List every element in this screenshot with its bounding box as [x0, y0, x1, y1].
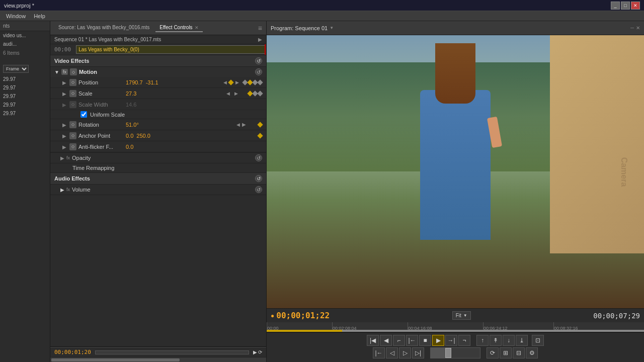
motion-header[interactable]: ▼ fx ◇ Motion ↺	[50, 67, 266, 77]
stop-btn[interactable]: ■	[419, 335, 431, 346]
position-y[interactable]: -31.1	[146, 79, 158, 85]
scale-value[interactable]: 27.3	[126, 90, 136, 97]
sequence-name: Sequence 01 * Las Vegas with Becky_0017.…	[54, 37, 161, 42]
position-expand[interactable]: ▶	[62, 80, 67, 85]
rotation-value[interactable]: 51.0°	[126, 122, 139, 128]
sequence-line: Sequence 01 * Las Vegas with Becky_0017.…	[50, 35, 266, 44]
scale-expand[interactable]: ▶	[62, 91, 67, 96]
mark-in-btn[interactable]: ⌐	[393, 335, 405, 346]
step-back-btn[interactable]: ◀	[380, 335, 392, 346]
menu-help[interactable]: Help	[30, 12, 49, 20]
window-controls[interactable]: _ □ ✕	[611, 2, 640, 10]
fit-arrow: ▼	[463, 313, 467, 318]
position-icon: ◇	[69, 79, 76, 86]
video-item[interactable]: video us...	[0, 31, 50, 40]
play-btn[interactable]: ▶	[432, 335, 444, 346]
audio-loop-icon[interactable]: ⟳	[258, 349, 262, 355]
go-to-out-btn[interactable]: →|	[445, 335, 457, 346]
anti-flicker-value[interactable]: 0.0	[126, 144, 133, 150]
rot-key1[interactable]	[257, 122, 263, 127]
uniform-scale-check[interactable]	[80, 111, 87, 118]
grid-btn[interactable]: ⊟	[513, 347, 525, 358]
anchor-key1[interactable]	[257, 133, 263, 138]
volume-expand[interactable]: ▶	[60, 187, 64, 193]
menu-window[interactable]: Window	[2, 12, 30, 20]
go-to-in-btn[interactable]: |←	[406, 335, 418, 346]
shuttle-handle[interactable]	[445, 348, 451, 358]
monitor-header: Program: Sequence 01 ▼ ─ ✕	[267, 21, 644, 35]
position-x[interactable]: 1790.7	[126, 79, 143, 85]
maximize-button[interactable]: □	[621, 2, 630, 10]
pos-add-key[interactable]	[228, 79, 233, 85]
tab-close[interactable]: ✕	[195, 25, 199, 30]
opacity-reset[interactable]: ↺	[255, 154, 262, 161]
pos-key4[interactable]	[257, 79, 263, 85]
play-slow-btn[interactable]: ▷	[399, 347, 411, 358]
fps-3: 29.97	[0, 92, 50, 101]
safe-margins-btn[interactable]: ⊞	[500, 347, 512, 358]
motion-expand[interactable]: ▼	[54, 69, 59, 75]
audio-effects-reset[interactable]: ↺	[255, 175, 262, 182]
panel-header: Source: Las Vegas with Becky_0016.mts Ef…	[50, 21, 266, 35]
rot-prev-key[interactable]: ◀	[235, 122, 241, 128]
monitor-pin[interactable]: ─	[630, 25, 634, 31]
rot-next-key[interactable]	[247, 122, 253, 128]
scale-key3[interactable]	[257, 90, 263, 96]
anchor-expand[interactable]: ▶	[62, 133, 67, 138]
jog-left-btn[interactable]: ◁	[386, 347, 398, 358]
effects-scrollbar[interactable]	[50, 357, 266, 362]
shuttle-left-btn[interactable]: |←	[373, 347, 385, 358]
time-scrubber[interactable]	[95, 350, 249, 354]
monitor-close[interactable]: ✕	[636, 25, 640, 31]
insert-btn[interactable]: ↓	[503, 335, 515, 346]
uniform-scale-row: Uniform Scale	[50, 110, 266, 119]
jog-right-btn[interactable]: ▷|	[412, 347, 424, 358]
volume-label: Volume	[72, 187, 91, 193]
scale-prev-key[interactable]: ◀	[225, 90, 231, 97]
extract-btn[interactable]: ↟	[490, 335, 502, 346]
pos-next-key[interactable]: ▶	[234, 79, 240, 85]
source-tab[interactable]: Source: Las Vegas with Becky_0016.mts	[54, 24, 153, 32]
scale-next-key[interactable]: ▶	[233, 90, 239, 97]
anti-flicker-label: Anti-flicker F...	[78, 144, 124, 150]
video-effects-header: Video Effects ↺	[50, 55, 266, 67]
volume-reset[interactable]: ↺	[255, 186, 262, 193]
loop-btn[interactable]: ⟳	[487, 347, 499, 358]
close-button[interactable]: ✕	[631, 2, 640, 10]
monitor-dropdown-icon[interactable]: ▼	[330, 26, 334, 30]
settings-btn[interactable]: ⚙	[526, 347, 538, 358]
lift-btn[interactable]: ↑	[476, 335, 489, 346]
shuttle-slider[interactable]	[430, 347, 480, 358]
frame-dropdown[interactable]: Frame	[3, 65, 29, 73]
monitor-ruler[interactable]: 00;00 00;02;08;04 00;04;16;08 00;06;24;1…	[267, 322, 644, 332]
title-bar: view.prproj * _ □ ✕	[0, 0, 644, 11]
anti-flicker-expand[interactable]: ▶	[62, 144, 67, 149]
position-controls: ◀ ▶	[222, 79, 262, 85]
pos-prev-key[interactable]: ◀	[222, 79, 228, 85]
opacity-header[interactable]: ▶ fx Opacity ↺	[50, 153, 266, 163]
opacity-expand[interactable]: ▶	[60, 155, 64, 161]
volume-header[interactable]: ▶ fx Volume ↺	[50, 185, 266, 195]
time-remap-header[interactable]: Time Remapping	[50, 163, 266, 173]
anti-flicker-icon: ◇	[69, 143, 76, 150]
fit-dropdown[interactable]: Fit ▼	[452, 311, 471, 320]
current-timecode[interactable]: 00;00;01;22	[276, 311, 330, 320]
overwrite-btn[interactable]: ⤓	[516, 335, 528, 346]
minimize-button[interactable]: _	[611, 2, 620, 10]
panel-menu[interactable]: ≡	[258, 24, 262, 32]
expand-icon[interactable]: ▶	[258, 37, 262, 42]
rotation-expand[interactable]: ▶	[62, 122, 67, 127]
anchor-x[interactable]: 0.0	[126, 133, 133, 139]
scrollbar-thumb[interactable]	[51, 358, 180, 361]
go-to-start-btn[interactable]: |◀	[367, 335, 379, 346]
mark-out-btn[interactable]: ¬	[458, 335, 470, 346]
export-frame-btn[interactable]: ⊡	[532, 335, 544, 346]
audio-play-icon[interactable]: ▶	[253, 349, 257, 355]
scale-property: ▶ ◇ Scale 27.3 ◀ ▶	[50, 88, 266, 99]
motion-reset[interactable]: ↺	[255, 68, 262, 75]
rot-expand-icon[interactable]: ▶	[242, 122, 246, 127]
audio-item[interactable]: audi...	[0, 40, 50, 48]
video-effects-reset[interactable]: ↺	[255, 57, 262, 64]
effect-controls-tab[interactable]: Effect Controls ✕	[155, 24, 203, 32]
anchor-y[interactable]: 250.0	[136, 133, 150, 139]
